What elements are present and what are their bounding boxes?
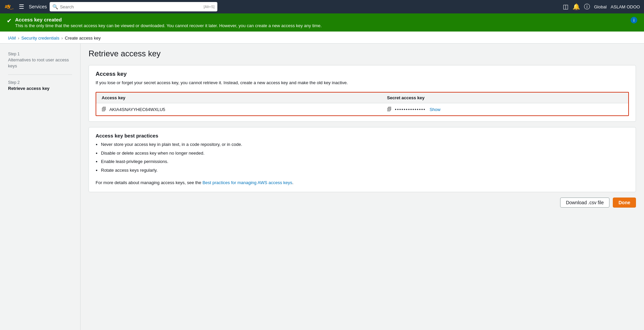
success-banner: ✔ Access key created This is the only ti…: [0, 13, 644, 32]
secret-key-dots: ••••••••••••••: [395, 107, 426, 112]
breadcrumb-security-credentials[interactable]: Security credentials: [21, 36, 59, 41]
bell-icon[interactable]: 🔔: [573, 3, 580, 10]
cloud-icon[interactable]: ◫: [563, 3, 569, 10]
show-secret-key-link[interactable]: Show: [430, 107, 441, 112]
info-icon-wrapper[interactable]: i: [631, 17, 637, 23]
best-practices-title: Access key best practices: [89, 127, 636, 141]
access-key-value: AKIA4SNAYYHEC64WXLU5: [109, 107, 165, 112]
search-input[interactable]: [60, 4, 204, 9]
top-navigation: ☰ Services 🔍 [Alt+S] ◫ 🔔 ⓘ Global ASLAM …: [0, 0, 644, 13]
sidebar-step-2: Step 2 Retrieve access key: [0, 77, 80, 94]
best-practice-item-2: Disable or delete access key when no lon…: [101, 150, 629, 157]
step1-title: Alternatives to root user access keys: [8, 57, 72, 69]
banner-title: Access key created: [15, 17, 322, 22]
access-key-card-header: Access key: [89, 65, 636, 79]
best-practices-footer-text: For more details about managing access k…: [96, 180, 203, 185]
user-menu[interactable]: ASLAM ODOO: [611, 4, 640, 9]
best-practices-list: Never store your access key in plain tex…: [89, 141, 636, 173]
key-table-row: 🗐 AKIA4SNAYYHEC64WXLU5 🗐 •••••••••••••• …: [96, 103, 628, 116]
search-bar[interactable]: 🔍 [Alt+S]: [50, 2, 217, 11]
best-practices-card: Access key best practices Never store yo…: [89, 127, 636, 192]
sidebar-step-1: Step 1 Alternatives to root user access …: [0, 49, 80, 72]
breadcrumb-sep-2: ›: [61, 36, 63, 41]
help-icon[interactable]: ⓘ: [584, 3, 590, 11]
breadcrumb-iam[interactable]: IAM: [8, 36, 16, 41]
step1-label: Step 1: [8, 52, 72, 56]
key-table-wrapper: Access key Secret access key 🗐 AKIA4SNAY…: [96, 92, 629, 116]
col-access-key: Access key: [96, 93, 382, 103]
best-practices-link[interactable]: Best practices for managing AWS access k…: [203, 180, 292, 185]
step2-label: Step 2: [8, 80, 72, 85]
access-key-card-desc: If you lose or forget your secret access…: [89, 80, 636, 89]
check-icon: ✔: [7, 17, 12, 24]
search-shortcut: [Alt+S]: [204, 5, 215, 9]
region-selector[interactable]: Global: [594, 4, 607, 9]
banner-content: Access key created This is the only time…: [15, 17, 322, 28]
sidebar-divider: [8, 74, 72, 75]
info-icon[interactable]: i: [631, 17, 637, 23]
search-icon: 🔍: [52, 4, 58, 9]
done-button[interactable]: Done: [613, 198, 636, 208]
key-table: Access key Secret access key 🗐 AKIA4SNAY…: [96, 93, 628, 115]
secret-key-cell: 🗐 •••••••••••••• Show: [382, 103, 628, 116]
best-practice-item-3: Enable least-privilege permissions.: [101, 158, 629, 165]
best-practice-item-1: Never store your access key in plain tex…: [101, 141, 629, 148]
breadcrumb: IAM › Security credentials › Create acce…: [0, 32, 644, 43]
services-menu[interactable]: Services: [29, 4, 47, 9]
sidebar: Step 1 Alternatives to root user access …: [0, 44, 80, 330]
banner-description: This is the only time that the secret ac…: [15, 23, 322, 28]
copy-secret-key-icon[interactable]: 🗐: [387, 107, 392, 112]
page-layout: Step 1 Alternatives to root user access …: [0, 44, 644, 330]
breadcrumb-current: Create access key: [65, 36, 101, 41]
col-secret-key: Secret access key: [382, 93, 628, 103]
key-table-header-row: Access key Secret access key: [96, 93, 628, 103]
best-practices-period: .: [292, 180, 293, 185]
hamburger-menu[interactable]: ☰: [19, 3, 24, 10]
copy-access-key-icon[interactable]: 🗐: [102, 107, 106, 112]
best-practices-footer: For more details about managing access k…: [89, 177, 636, 192]
breadcrumb-area: IAM › Security credentials › Create acce…: [0, 32, 644, 44]
access-key-cell: 🗐 AKIA4SNAYYHEC64WXLU5: [96, 103, 382, 116]
access-key-card-title: Access key: [96, 71, 629, 77]
download-csv-button[interactable]: Download .csv file: [560, 198, 609, 208]
breadcrumb-sep-1: ›: [18, 36, 19, 41]
content-area: ✔ Access key created This is the only ti…: [0, 13, 644, 330]
aws-logo[interactable]: [4, 3, 16, 10]
page-title: Retrieve access key: [89, 49, 636, 58]
access-key-card: Access key If you lose or forget your se…: [89, 65, 636, 122]
step2-title: Retrieve access key: [8, 86, 72, 92]
nav-right-area: ◫ 🔔 ⓘ Global ASLAM ODOO: [563, 3, 640, 11]
action-row: Download .csv file Done: [89, 198, 636, 208]
best-practice-item-4: Rotate access keys regularly.: [101, 167, 629, 174]
main-content: Retrieve access key Access key If you lo…: [80, 44, 644, 330]
